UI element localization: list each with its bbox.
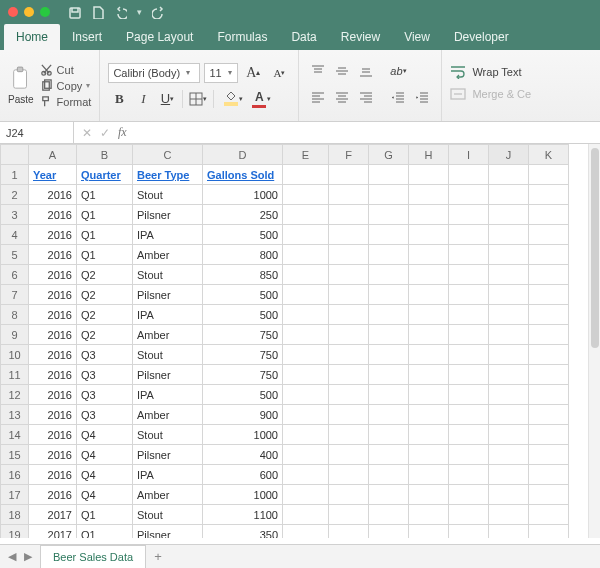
cell[interactable] bbox=[283, 425, 329, 445]
cell[interactable] bbox=[529, 185, 569, 205]
cell[interactable] bbox=[489, 485, 529, 505]
row-header[interactable]: 6 bbox=[1, 265, 29, 285]
row-header[interactable]: 3 bbox=[1, 205, 29, 225]
cell[interactable]: 2016 bbox=[29, 205, 77, 225]
cell[interactable] bbox=[283, 165, 329, 185]
cell[interactable] bbox=[329, 465, 369, 485]
cell[interactable] bbox=[529, 225, 569, 245]
cell[interactable]: Q3 bbox=[77, 385, 133, 405]
add-sheet-button[interactable]: + bbox=[146, 549, 170, 564]
cell[interactable] bbox=[409, 305, 449, 325]
borders-button[interactable]: ▾ bbox=[187, 89, 209, 109]
cell[interactable] bbox=[283, 285, 329, 305]
cell[interactable] bbox=[283, 385, 329, 405]
close-icon[interactable] bbox=[8, 7, 18, 17]
cell[interactable]: Stout bbox=[133, 425, 203, 445]
cell[interactable] bbox=[409, 325, 449, 345]
column-header[interactable]: H bbox=[409, 145, 449, 165]
cell[interactable] bbox=[489, 465, 529, 485]
cell[interactable] bbox=[409, 525, 449, 539]
cell[interactable]: 500 bbox=[203, 305, 283, 325]
cell[interactable] bbox=[329, 365, 369, 385]
cell[interactable]: Q1 bbox=[77, 525, 133, 539]
cell[interactable]: 2016 bbox=[29, 225, 77, 245]
cell[interactable]: 800 bbox=[203, 245, 283, 265]
cell[interactable] bbox=[369, 405, 409, 425]
cell[interactable] bbox=[489, 425, 529, 445]
cell[interactable]: 850 bbox=[203, 265, 283, 285]
cell[interactable] bbox=[529, 445, 569, 465]
cell[interactable] bbox=[329, 305, 369, 325]
bold-button[interactable]: B bbox=[108, 89, 130, 109]
cell[interactable] bbox=[369, 385, 409, 405]
cell[interactable] bbox=[283, 525, 329, 539]
cell[interactable]: Stout bbox=[133, 345, 203, 365]
cell[interactable] bbox=[329, 285, 369, 305]
cell[interactable]: Quarter bbox=[77, 165, 133, 185]
row-header[interactable]: 9 bbox=[1, 325, 29, 345]
cell[interactable] bbox=[529, 345, 569, 365]
cell[interactable]: Gallons Sold bbox=[203, 165, 283, 185]
cell[interactable] bbox=[283, 405, 329, 425]
cell[interactable]: Pilsner bbox=[133, 525, 203, 539]
cell[interactable] bbox=[369, 245, 409, 265]
cell[interactable] bbox=[329, 485, 369, 505]
column-header[interactable]: B bbox=[77, 145, 133, 165]
column-header[interactable]: A bbox=[29, 145, 77, 165]
cell[interactable] bbox=[369, 365, 409, 385]
table-header-link[interactable]: Year bbox=[33, 169, 56, 181]
ribbon-tab-formulas[interactable]: Formulas bbox=[205, 24, 279, 50]
zoom-icon[interactable] bbox=[40, 7, 50, 17]
cell[interactable] bbox=[489, 505, 529, 525]
ribbon-tab-view[interactable]: View bbox=[392, 24, 442, 50]
ribbon-tab-home[interactable]: Home bbox=[4, 24, 60, 50]
ribbon-tab-developer[interactable]: Developer bbox=[442, 24, 521, 50]
paste-button[interactable]: Paste bbox=[8, 66, 34, 105]
row-header[interactable]: 1 bbox=[1, 165, 29, 185]
cell[interactable]: IPA bbox=[133, 225, 203, 245]
cell[interactable]: Q1 bbox=[77, 225, 133, 245]
cell[interactable]: Q1 bbox=[77, 185, 133, 205]
cell[interactable]: 500 bbox=[203, 385, 283, 405]
cell[interactable] bbox=[283, 485, 329, 505]
cell[interactable] bbox=[489, 225, 529, 245]
copy-button[interactable]: Copy▾ bbox=[40, 79, 92, 92]
cell[interactable] bbox=[283, 445, 329, 465]
cell[interactable]: Pilsner bbox=[133, 285, 203, 305]
cell[interactable] bbox=[369, 165, 409, 185]
cell[interactable] bbox=[489, 285, 529, 305]
format-painter-button[interactable]: Format bbox=[40, 95, 92, 108]
cell[interactable] bbox=[449, 385, 489, 405]
ribbon-tab-review[interactable]: Review bbox=[329, 24, 392, 50]
cell[interactable] bbox=[283, 325, 329, 345]
cell[interactable] bbox=[329, 345, 369, 365]
row-header[interactable]: 2 bbox=[1, 185, 29, 205]
enter-formula-icon[interactable]: ✓ bbox=[100, 126, 110, 140]
cell[interactable]: Q1 bbox=[77, 245, 133, 265]
cell[interactable] bbox=[369, 505, 409, 525]
cell[interactable] bbox=[409, 345, 449, 365]
cell[interactable] bbox=[329, 405, 369, 425]
cell[interactable] bbox=[489, 405, 529, 425]
sheet-nav-next-icon[interactable]: ▶ bbox=[20, 550, 36, 563]
cell[interactable] bbox=[369, 485, 409, 505]
orientation-button[interactable]: ab▾ bbox=[387, 61, 409, 81]
select-all-corner[interactable] bbox=[1, 145, 29, 165]
column-header[interactable]: E bbox=[283, 145, 329, 165]
cell[interactable]: Stout bbox=[133, 265, 203, 285]
cell[interactable]: 1000 bbox=[203, 185, 283, 205]
cell[interactable] bbox=[283, 205, 329, 225]
cell[interactable] bbox=[369, 305, 409, 325]
minimize-icon[interactable] bbox=[24, 7, 34, 17]
cell[interactable]: IPA bbox=[133, 465, 203, 485]
ribbon-tab-data[interactable]: Data bbox=[279, 24, 328, 50]
cell[interactable]: Q4 bbox=[77, 485, 133, 505]
cell[interactable] bbox=[409, 365, 449, 385]
cell[interactable] bbox=[409, 385, 449, 405]
cell[interactable] bbox=[329, 385, 369, 405]
row-header[interactable]: 12 bbox=[1, 385, 29, 405]
increase-font-button[interactable]: A▴ bbox=[242, 63, 264, 83]
row-header[interactable]: 17 bbox=[1, 485, 29, 505]
cell[interactable]: 2016 bbox=[29, 485, 77, 505]
cell[interactable] bbox=[283, 225, 329, 245]
